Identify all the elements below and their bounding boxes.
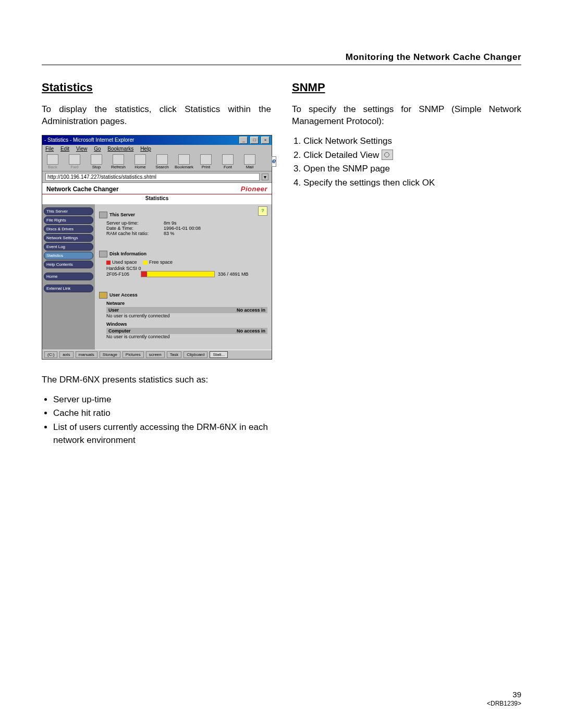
font-button[interactable]: Font [221, 154, 235, 169]
help-icon[interactable]: ? [258, 206, 267, 216]
netware-access-col: No access in [237, 307, 265, 313]
sidebar-item-this-server[interactable]: This Server [44, 207, 93, 215]
menu-bookmarks[interactable]: Bookmarks [107, 146, 133, 152]
taskbar-item-axis[interactable]: axis [59, 351, 73, 358]
content-title: Network Cache Changer [46, 186, 119, 193]
uptime-value: 8m 9s [164, 220, 177, 226]
datetime-value: 1996-01-01 00:08 [164, 226, 201, 231]
taskbar-item-storage[interactable]: Storage [100, 351, 120, 358]
disk-icon [99, 251, 107, 257]
home-button[interactable]: Home [133, 154, 148, 169]
snmp-intro: To specify the settings for SNMP (Simple… [292, 104, 521, 128]
forward-button[interactable]: Fwd [67, 154, 82, 169]
step-3: Open the SNMP page [303, 163, 521, 176]
mail-button[interactable]: Mail [242, 154, 257, 169]
ie-logo-icon: e [272, 156, 276, 167]
taskbar-item-screen[interactable]: screen [146, 351, 165, 358]
minimize-button[interactable]: _ [239, 137, 248, 144]
menu-help[interactable]: Help [140, 146, 151, 152]
legend-free-label: Free space [149, 260, 173, 265]
address-dropdown-icon[interactable]: ▾ [262, 174, 268, 180]
user-access-icon [99, 292, 107, 299]
menubar: File Edit View Go Bookmarks Help [42, 145, 272, 153]
step-1: Click Network Settings [303, 135, 521, 148]
search-button[interactable]: Search [155, 154, 169, 169]
stop-button[interactable]: Stop [89, 154, 104, 169]
windows-computer-col: Computer [108, 328, 131, 334]
server-icon [99, 212, 107, 218]
harddisk-label: Harddisk SCSI 0 [106, 266, 267, 271]
disk-row-size: 336 / 4891 MB [218, 272, 249, 277]
sidebar-item-file-rights[interactable]: File Rights [44, 216, 93, 224]
step-2: Click Detailed View [303, 149, 521, 162]
print-button[interactable]: Print [199, 154, 213, 169]
address-input[interactable] [45, 173, 260, 181]
legend-free-swatch [143, 261, 148, 265]
refresh-button[interactable]: Refresh [111, 154, 126, 169]
sidebar-item-statistics[interactable]: Statistics [44, 252, 93, 260]
taskbar-item-pictures[interactable]: Pictures [123, 351, 144, 358]
titlebar: - Statistics - Microsoft Internet Explor… [42, 135, 272, 145]
statistics-after: The DRM-6NX presents statistics such as: [42, 374, 271, 386]
disk-info-title: Disk Information [109, 251, 146, 256]
user-access-title: User Access [109, 292, 138, 298]
page-number: 39 [487, 690, 521, 699]
windows-msg: No user is currently connected [106, 334, 267, 339]
statistics-intro: To display the statistics, click Statist… [42, 104, 271, 128]
taskbar: (C:) axis manuals Storage Pictures scree… [42, 350, 272, 359]
snmp-heading: SNMP [292, 81, 521, 94]
windows-access-col: No access in [237, 328, 265, 334]
statistics-heading: Statistics [42, 81, 271, 94]
taskbar-item-c[interactable]: (C:) [44, 351, 57, 358]
sidebar-item-help-contents[interactable]: Help Contents [44, 261, 93, 268]
pioneer-logo: Pioneer [241, 185, 267, 193]
sidebar-item-event-log[interactable]: Event Log [44, 243, 93, 251]
right-column: SNMP To specify the settings for SNMP (S… [292, 81, 521, 448]
bookmark-button[interactable]: Bookmark [177, 154, 191, 169]
netware-user-col: User [108, 307, 119, 313]
maximize-button[interactable]: □ [250, 137, 259, 144]
datetime-label: Date & Time: [106, 226, 164, 231]
detailed-view-icon [382, 150, 393, 160]
uptime-label: Server up-time: [106, 220, 164, 226]
legend-used-label: Used space [112, 260, 137, 265]
disk-usage-bar [141, 271, 215, 277]
bullet-cache: Cache hit ratio [53, 407, 271, 420]
snmp-steps: Click Network Settings Click Detailed Vi… [292, 135, 521, 190]
back-button[interactable]: Back [45, 154, 60, 169]
sidebar-item-discs-drives[interactable]: Discs & Drives [44, 225, 93, 233]
taskbar-item-task[interactable]: Task [167, 351, 181, 358]
browser-window: - Statistics - Microsoft Internet Explor… [42, 135, 272, 360]
stats-panel: ? This Server Server up-time:8m 9s Date … [95, 204, 272, 350]
statistics-bullets: Server up-time Cache hit ratio List of u… [42, 393, 271, 447]
taskbar-item-clipboard[interactable]: Clipboard [183, 351, 207, 358]
doc-id: <DRB1239> [487, 700, 521, 707]
menu-go[interactable]: Go [94, 146, 101, 152]
taskbar-item-manuals[interactable]: manuals [76, 351, 97, 358]
netware-label: Netware [106, 301, 267, 306]
bullet-users: List of users currently accessing the DR… [53, 421, 271, 447]
close-button[interactable]: × [261, 137, 270, 144]
cache-label: RAM cache hit ratio: [106, 231, 164, 236]
content-frame: Network Cache Changer Pioneer Statistics… [42, 183, 272, 350]
menu-view[interactable]: View [76, 146, 88, 152]
window-title-text: - Statistics - Microsoft Internet Explor… [44, 137, 134, 143]
sidebar-item-home[interactable]: Home [44, 273, 93, 280]
disk-row-name: 2F05-F105 [106, 272, 138, 277]
left-column: Statistics To display the statistics, cl… [42, 81, 271, 448]
bullet-uptime: Server up-time [53, 393, 271, 406]
address-bar: ▾ [42, 171, 272, 183]
content-subheader: Statistics [42, 194, 272, 204]
legend-used-swatch [106, 261, 111, 265]
taskbar-item-stati[interactable]: Stati... [210, 351, 228, 358]
step-4: Specify the settings then click OK [303, 177, 521, 190]
toolbar: Back Fwd Stop Refresh Home Search Bookma… [42, 153, 272, 171]
page-header-title: Monitoring the Network Cache Changer [42, 52, 521, 65]
sidebar: This Server File Rights Discs & Drives N… [42, 204, 95, 350]
menu-file[interactable]: File [45, 146, 54, 152]
menu-edit[interactable]: Edit [60, 146, 69, 152]
sidebar-item-network-settings[interactable]: Network Settings [44, 234, 93, 242]
sidebar-item-external-link[interactable]: External Link [44, 285, 93, 292]
window-controls: _ □ × [238, 137, 270, 144]
this-server-title: This Server [109, 212, 135, 217]
